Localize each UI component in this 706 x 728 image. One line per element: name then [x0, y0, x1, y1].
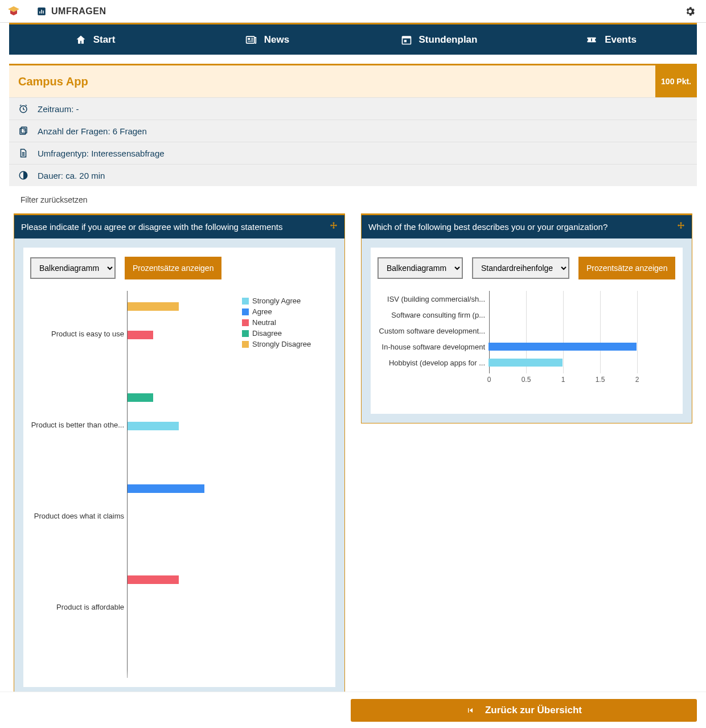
chart-bar: [489, 343, 637, 351]
show-percentages-button[interactable]: Prozentsätze anzeigen: [578, 257, 675, 279]
svg-rect-10: [402, 36, 411, 38]
skip-previous-icon: [466, 706, 475, 715]
poll-icon: [36, 6, 47, 17]
chart-category-label: ISV (building commercial/sh...: [377, 295, 489, 303]
panel-organization: Which of the following best describes yo…: [361, 213, 692, 423]
chart-bar: [128, 331, 153, 339]
main-nav: Start News Stundenplan Events: [9, 23, 697, 55]
move-handle[interactable]: [329, 221, 339, 233]
legend-item: Strongly Agree: [242, 297, 329, 305]
svg-rect-2: [41, 10, 42, 14]
gear-icon: [684, 6, 696, 17]
nav-label: Start: [93, 34, 116, 46]
legend-item: Neutral: [242, 318, 329, 327]
points-badge: 100 Pkt.: [655, 65, 697, 97]
survey-card: Campus App 100 Pkt. Zeitraum: - ? Anzahl…: [9, 64, 697, 186]
chart-category-label: Product is better than othe...: [30, 421, 124, 429]
svg-rect-5: [248, 38, 250, 39]
meta-typ: Umfragentyp: Interessensabfrage: [9, 142, 697, 164]
legend-label: Disagree: [252, 329, 282, 338]
reset-filter-label: Filter zurücksetzen: [20, 195, 87, 204]
chart-bar: [128, 422, 179, 430]
reset-filter-link[interactable]: Filter zurücksetzen: [9, 186, 697, 204]
meta-dauer: Dauer: ca. 20 min: [9, 164, 697, 186]
axis-tick: 2: [635, 376, 639, 384]
legend-label: Strongly Disagree: [252, 340, 311, 348]
points-label: 100 Pkt.: [661, 77, 691, 86]
alarm-icon: [18, 104, 28, 114]
meta-zeitraum: Zeitraum: -: [9, 97, 697, 120]
meta-label: Zeitraum: -: [38, 104, 79, 114]
move-icon: [329, 221, 339, 231]
chart-category-label: Product is easy to use: [30, 330, 124, 338]
legend-swatch: [242, 309, 249, 315]
svg-text:?: ?: [23, 129, 25, 133]
calendar-icon: [401, 34, 412, 46]
back-label: Zurück zur Übersicht: [485, 705, 582, 716]
legend-item: Disagree: [242, 329, 329, 338]
meta-label: Umfragentyp: Interessensabfrage: [38, 149, 165, 158]
bottom-bar: Zurück zur Übersicht: [0, 692, 706, 728]
meta-fragen: ? Anzahl der Fragen: 6 Fragen: [9, 120, 697, 142]
legend-item: Strongly Disagree: [242, 340, 329, 348]
legend-label: Agree: [252, 307, 272, 316]
svg-rect-7: [251, 39, 253, 40]
svg-rect-6: [251, 38, 253, 38]
chart-bar: [128, 393, 153, 402]
axis-tick: 1.5: [596, 376, 605, 384]
nav-label: Stundenplan: [419, 34, 478, 46]
chart-category-label: Hobbyist (develop apps for ...: [377, 359, 489, 367]
app-logo: [5, 2, 23, 20]
nav-item-news[interactable]: News: [181, 24, 353, 55]
legend-swatch: [242, 341, 249, 348]
chart-category-label: Product is affordable: [30, 603, 124, 611]
nav-item-events[interactable]: Events: [525, 24, 697, 55]
duration-icon: [18, 170, 28, 180]
legend-swatch: [242, 330, 249, 337]
back-to-overview-button[interactable]: Zurück zur Übersicht: [351, 699, 697, 722]
legend-label: Strongly Agree: [252, 297, 301, 305]
chart-type-select[interactable]: Balkendiagramm: [30, 257, 116, 279]
panel-title: Please indicate if you agree or disagree…: [21, 222, 282, 232]
chart-category-label: Custom software development...: [377, 327, 489, 335]
ticket-icon: [585, 34, 598, 46]
page-section-title: UMFRAGEN: [36, 6, 106, 17]
questions-icon: ?: [18, 126, 28, 136]
document-icon: [18, 148, 28, 158]
meta-label: Dauer: ca. 20 min: [38, 171, 105, 180]
panel-header: Which of the following best describes yo…: [362, 215, 692, 238]
chart-category-label: Product does what it claims: [30, 512, 124, 520]
nav-label: Events: [605, 34, 637, 46]
chart-bar: [489, 359, 563, 367]
survey-title: Campus App: [18, 75, 88, 88]
page-section-label: UMFRAGEN: [51, 6, 106, 17]
chart-bar: [128, 484, 204, 493]
legend-label: Neutral: [252, 318, 276, 327]
survey-header: Campus App 100 Pkt.: [9, 65, 697, 97]
legend-swatch: [242, 319, 249, 326]
settings-button[interactable]: [679, 0, 701, 23]
svg-rect-8: [248, 40, 253, 41]
panel-statements: Please indicate if you agree or disagree…: [14, 213, 345, 697]
meta-label: Anzahl der Fragen: 6 Fragen: [38, 126, 147, 136]
sort-order-select[interactable]: Standardreihenfolge: [472, 257, 569, 279]
move-handle[interactable]: [676, 221, 686, 233]
chart-bar: [128, 302, 179, 311]
nav-item-stundenplan[interactable]: Stundenplan: [353, 24, 525, 55]
axis-tick: 0.5: [522, 376, 531, 384]
home-icon: [75, 34, 87, 46]
panel-header: Please indicate if you agree or disagree…: [14, 215, 344, 238]
legend-swatch: [242, 298, 249, 305]
legend-item: Agree: [242, 307, 329, 316]
move-icon: [676, 221, 686, 231]
news-icon: [245, 34, 257, 46]
chart-statements: Product is easy to useProduct is better …: [30, 291, 329, 678]
svg-rect-11: [404, 40, 406, 42]
chart-organization: ISV (building commercial/sh...Software c…: [377, 291, 676, 405]
chart-type-select[interactable]: Balkendiagramm: [377, 257, 463, 279]
axis-tick: 1: [561, 376, 565, 384]
panel-title: Which of the following best describes yo…: [368, 222, 608, 232]
show-percentages-button[interactable]: Prozentsätze anzeigen: [125, 257, 221, 279]
nav-item-start[interactable]: Start: [9, 24, 181, 55]
svg-rect-1: [39, 11, 40, 14]
